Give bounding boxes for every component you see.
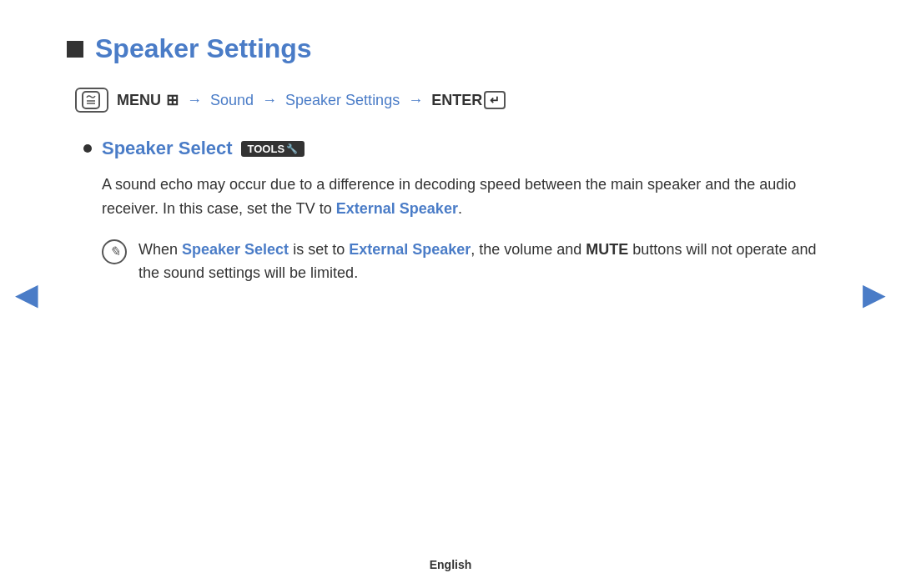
breadcrumb-menu-label: MENU <box>117 92 161 109</box>
description-text: A sound echo may occur due to a differen… <box>102 173 819 221</box>
title-square-icon <box>67 41 83 58</box>
note-text: When Speaker Select is set to External S… <box>138 238 823 286</box>
page-container: Speaker Settings MENU ⊞ → Sound → Speake… <box>0 0 901 588</box>
breadcrumb: MENU ⊞ → Sound → Speaker Settings → ENTE… <box>67 88 834 113</box>
menu-icon <box>75 88 108 113</box>
page-title: Speaker Settings <box>95 33 312 64</box>
breadcrumb-arrow-2: → <box>262 92 277 109</box>
bullet-heading: Speaker Select TOOLS🔧 <box>102 138 305 159</box>
note-text-middle: is set to <box>289 241 349 258</box>
title-row: Speaker Settings <box>67 33 834 64</box>
breadcrumb-arrow-3: → <box>408 92 423 109</box>
bullet-dot-icon <box>83 144 92 153</box>
footer-language: English <box>430 558 472 571</box>
note-bold-mute: MUTE <box>586 241 628 258</box>
note-highlight-speaker-select: Speaker Select <box>182 241 289 258</box>
note-icon: ✎ <box>102 239 127 264</box>
breadcrumb-sound: Sound <box>210 92 254 109</box>
breadcrumb-speaker-settings: Speaker Settings <box>285 92 400 109</box>
breadcrumb-arrow-1: → <box>187 92 202 109</box>
tools-badge: TOOLS🔧 <box>241 141 305 157</box>
breadcrumb-menu-symbol: ⊞ <box>166 91 179 109</box>
content-section: Speaker Select TOOLS🔧 A sound echo may o… <box>67 138 834 285</box>
note-highlight-external-speaker: External Speaker <box>349 241 471 258</box>
description-text-after: . <box>458 200 462 217</box>
speaker-select-label: Speaker Select <box>102 138 233 159</box>
note-text-before: When <box>138 241 182 258</box>
note-box: ✎ When Speaker Select is set to External… <box>102 238 834 286</box>
description-highlight-external: External Speaker <box>336 200 458 217</box>
nav-arrow-left[interactable]: ◀ <box>15 277 38 312</box>
nav-arrow-right[interactable]: ▶ <box>863 277 886 312</box>
svg-rect-0 <box>83 92 99 108</box>
tools-icon: 🔧 <box>286 143 298 154</box>
bullet-item: Speaker Select TOOLS🔧 <box>83 138 834 159</box>
note-text-after: , the volume and <box>471 241 586 258</box>
enter-icon: ↵ <box>484 91 506 109</box>
breadcrumb-enter: ENTER↵ <box>431 91 506 109</box>
